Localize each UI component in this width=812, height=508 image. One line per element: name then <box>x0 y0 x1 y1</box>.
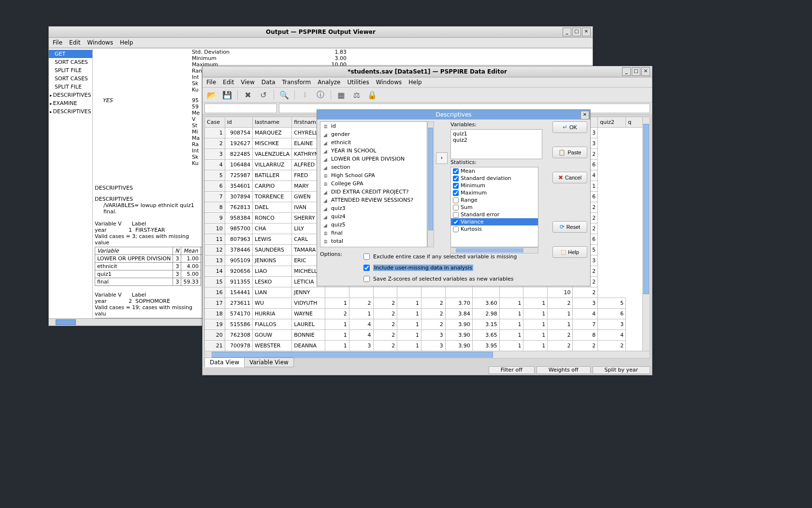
selected-variables-list[interactable]: quiz1quiz2 <box>450 129 542 159</box>
stat-checkbox[interactable] <box>453 219 459 225</box>
tree-item[interactable]: DESCRIPTIVES <box>49 91 92 99</box>
row-header[interactable]: 3 <box>205 149 225 160</box>
find-icon[interactable]: 🔍 <box>279 90 290 100</box>
open-file-icon[interactable]: 📂 <box>206 90 217 100</box>
cell[interactable]: 762308 <box>225 330 252 341</box>
cell[interactable]: TORRENCE <box>253 192 292 202</box>
data-vscroll[interactable] <box>642 117 650 352</box>
tree-item[interactable]: SPLIT FILE <box>49 66 92 75</box>
move-right-button[interactable]: › <box>436 152 448 164</box>
cell[interactable]: 1 <box>397 330 421 341</box>
cell[interactable]: MARQUEZ <box>253 128 292 138</box>
cell[interactable]: 985700 <box>225 224 252 234</box>
cell[interactable]: 192627 <box>225 138 252 149</box>
cell[interactable]: 2 <box>421 309 445 319</box>
menu-help[interactable]: Help <box>408 79 421 86</box>
available-variables-list[interactable]: 🗎id◢gender◢ethnicit◢YEAR IN SCHOOL◢LOWER… <box>320 121 427 247</box>
cell[interactable]: LESKO <box>253 277 292 287</box>
cell[interactable]: 3.90 <box>445 319 472 330</box>
cell[interactable]: DEANNA <box>292 341 325 351</box>
cell[interactable]: 2 <box>598 341 626 351</box>
cell[interactable]: 2 <box>548 341 573 351</box>
cell[interactable]: GOUW <box>253 330 292 341</box>
cell[interactable]: 2 <box>573 287 598 298</box>
cell[interactable]: 2 <box>373 309 397 319</box>
available-variable-item[interactable]: ◢quiz5 <box>320 221 427 229</box>
stat-checkbox[interactable] <box>453 168 459 174</box>
cell[interactable]: 3.70 <box>445 298 472 309</box>
available-variable-item[interactable]: 🗎total <box>320 237 427 245</box>
row-header[interactable]: 19 <box>205 319 225 330</box>
column-header[interactable]: Case <box>205 117 225 128</box>
cell[interactable]: 106484 <box>225 160 252 170</box>
cell[interactable] <box>373 287 397 298</box>
cell[interactable]: 905109 <box>225 255 252 266</box>
cell[interactable]: VALENZUELA <box>253 149 292 160</box>
cell[interactable]: JENNY <box>292 287 325 298</box>
cell[interactable]: 3 <box>421 330 445 341</box>
minimize-button[interactable]: _ <box>563 28 571 36</box>
info-icon[interactable]: ⓘ <box>315 90 326 100</box>
row-header[interactable]: 13 <box>205 255 225 266</box>
row-header[interactable]: 20 <box>205 330 225 341</box>
selected-variable-item[interactable]: quiz2 <box>453 137 540 143</box>
reset-button[interactable]: ⟳Reset <box>552 221 587 233</box>
cell[interactable]: BATILLER <box>253 170 292 181</box>
stat-item[interactable]: Range <box>451 196 538 204</box>
cell[interactable]: 3 <box>573 298 598 309</box>
cell[interactable]: 273611 <box>225 298 252 309</box>
stat-item[interactable]: Standard error <box>451 211 538 218</box>
option-item[interactable]: Save Z-scores of selected variables as n… <box>362 274 517 284</box>
cell[interactable]: 8 <box>573 330 598 341</box>
data-grid-icon[interactable]: ▦ <box>336 90 347 100</box>
cell[interactable]: CARPIO <box>253 181 292 192</box>
cell[interactable]: 1 <box>499 309 523 319</box>
menu-file[interactable]: File <box>53 39 62 46</box>
available-variable-item[interactable]: ◢YEAR IN SCHOOL <box>320 147 427 155</box>
cell[interactable]: 1 <box>548 309 573 319</box>
stat-checkbox[interactable] <box>453 212 459 218</box>
cell[interactable]: 3.95 <box>472 341 499 351</box>
stat-checkbox[interactable] <box>453 205 459 210</box>
cell[interactable]: 2 <box>373 319 397 330</box>
row-header[interactable]: 21 <box>205 341 225 351</box>
cell[interactable]: 1 <box>523 341 548 351</box>
cell[interactable]: 3.60 <box>472 298 499 309</box>
option-item[interactable]: Include user-missing data in analysis <box>362 263 517 272</box>
row-header[interactable]: 11 <box>205 234 225 245</box>
row-header[interactable]: 16 <box>205 287 225 298</box>
cell[interactable]: 1 <box>325 298 349 309</box>
maximize-button[interactable]: □ <box>632 67 640 76</box>
stat-checkbox[interactable] <box>453 190 459 196</box>
stat-item[interactable]: Minimum <box>451 182 538 189</box>
column-header[interactable]: quiz2 <box>598 117 626 128</box>
available-vscroll[interactable] <box>427 121 434 247</box>
menu-data[interactable]: Data <box>261 79 276 86</box>
row-header[interactable]: 6 <box>205 181 225 192</box>
close-button[interactable]: ✕ <box>582 28 591 36</box>
cell-ref-input[interactable] <box>204 104 277 113</box>
available-variable-item[interactable]: ◢quiz4 <box>320 212 427 221</box>
row-header[interactable]: 10 <box>205 224 225 234</box>
stat-item[interactable]: Variance <box>451 218 538 225</box>
tree-item[interactable]: EXAMINE <box>49 99 92 107</box>
output-tree[interactable]: GETSORT CASESSPLIT FILESORT CASESSPLIT F… <box>49 49 93 326</box>
row-header[interactable]: 12 <box>205 245 225 255</box>
cell[interactable]: 2 <box>421 319 445 330</box>
cell[interactable]: 3.84 <box>445 309 472 319</box>
cell[interactable] <box>349 287 373 298</box>
cell[interactable]: 6 <box>598 309 626 319</box>
available-variable-item[interactable]: 🗎id <box>320 122 427 130</box>
cell[interactable]: 154441 <box>225 287 252 298</box>
tree-item[interactable]: SORT CASES <box>49 75 92 83</box>
cell[interactable]: 307894 <box>225 192 252 202</box>
cell[interactable]: LIAN <box>253 287 292 298</box>
cell[interactable] <box>499 287 523 298</box>
cell[interactable]: 1 <box>397 341 421 351</box>
cell[interactable]: 3.15 <box>472 319 499 330</box>
stat-item[interactable]: Mean <box>451 167 538 175</box>
cell[interactable]: 2 <box>421 298 445 309</box>
cell[interactable]: 2 <box>548 330 573 341</box>
available-variable-item[interactable]: ◢quiz3 <box>320 204 427 212</box>
option-checkbox[interactable] <box>363 276 370 282</box>
